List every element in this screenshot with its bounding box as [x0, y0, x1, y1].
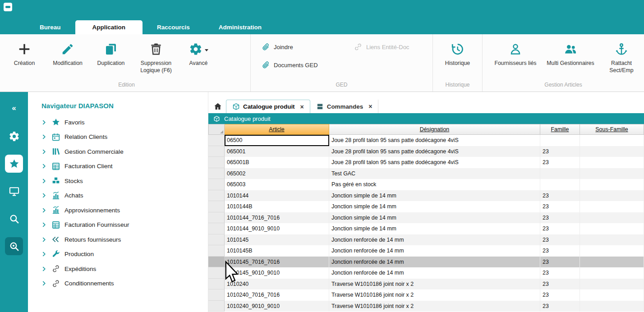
cell-sous-famille[interactable] — [580, 223, 644, 234]
creation-button[interactable]: Création — [3, 39, 46, 67]
cell-sous-famille[interactable] — [580, 201, 644, 212]
row-selector[interactable] — [208, 201, 225, 212]
cell-designation[interactable]: Jonction simple de 14 mm — [329, 212, 540, 224]
cell-famille[interactable] — [540, 179, 580, 190]
cell-sous-famille[interactable] — [580, 245, 644, 257]
row-selector[interactable] — [208, 168, 225, 179]
cell-article[interactable]: 065001B — [225, 157, 329, 168]
chevron-right-icon[interactable] — [41, 266, 48, 271]
cell-famille[interactable]: 23 — [540, 289, 580, 301]
row-selector[interactable] — [208, 223, 225, 234]
cell-article[interactable]: 1010144B — [225, 201, 329, 212]
chevron-right-icon[interactable] — [41, 179, 48, 184]
column-header-article[interactable]: Article — [225, 124, 329, 135]
row-selector[interactable] — [208, 157, 225, 168]
cell-sous-famille[interactable] — [580, 146, 644, 157]
cell-sous-famille[interactable] — [580, 234, 644, 246]
sidebar-item-gestion-commerciale[interactable]: Gestion Commerciale — [28, 144, 208, 159]
cell-famille[interactable]: 23 — [540, 257, 580, 268]
close-icon[interactable]: × — [368, 103, 372, 110]
cell-article[interactable]: 1010240 — [225, 279, 329, 290]
chevron-right-icon[interactable] — [41, 237, 48, 242]
table-row[interactable]: 065003Pas géré en stock — [208, 179, 644, 190]
table-row[interactable]: 1010240Traverse W1010186 joint noir x 22… — [208, 279, 644, 290]
sidebar-item-expeditions[interactable]: Expéditions — [28, 262, 208, 276]
chevron-right-icon[interactable] — [41, 134, 48, 139]
row-selector[interactable] — [208, 190, 225, 202]
cell-famille[interactable]: 23 — [540, 212, 580, 224]
table-row[interactable]: 065001Joue 28 profil talon 95 sans patte… — [208, 146, 644, 157]
cell-article[interactable]: 065001 — [225, 146, 329, 157]
sidebar-item-stocks[interactable]: Stocks — [28, 174, 208, 188]
sidebar-item-favoris[interactable]: Favoris — [28, 115, 208, 130]
row-selector[interactable] — [208, 245, 225, 257]
cell-famille[interactable]: 23 — [540, 146, 580, 157]
cell-famille[interactable]: 23 — [540, 234, 580, 246]
sidebar-item-retours-fournisseurs[interactable]: Retours fournisseurs — [28, 232, 208, 247]
cell-famille[interactable]: 23 — [540, 157, 580, 168]
ribbon-tab-bureau[interactable]: Bureau — [25, 20, 75, 34]
cell-famille[interactable]: 23 — [540, 279, 580, 290]
favorites-rail-button[interactable] — [5, 155, 23, 173]
multi-gestionnaires-button[interactable]: Multi Gestionnaires — [542, 39, 599, 67]
tab-catalogue-produit[interactable]: Catalogue produit× — [226, 100, 310, 113]
sidebar-item-achats[interactable]: Achats — [28, 188, 208, 203]
sidebar-item-facturation-fournisseur[interactable]: Facturation Fournisseur — [28, 218, 208, 233]
select-all-corner[interactable] — [208, 124, 225, 135]
cell-article[interactable]: 065003 — [225, 179, 329, 190]
advanced-search-rail-button[interactable] — [5, 237, 23, 255]
cell-famille[interactable] — [540, 168, 580, 179]
cell-famille[interactable]: 23 — [540, 301, 580, 312]
chevron-right-icon[interactable] — [41, 149, 48, 154]
cell-article[interactable]: 065002 — [225, 168, 329, 179]
cell-sous-famille[interactable] — [580, 179, 644, 190]
search-rail-button[interactable] — [5, 210, 23, 228]
chevron-right-icon[interactable] — [41, 222, 48, 227]
sidebar-item-facturation-client[interactable]: Facturation Client — [28, 159, 208, 174]
cell-sous-famille[interactable] — [580, 168, 644, 179]
chevron-right-icon[interactable] — [41, 208, 48, 213]
table-row[interactable]: 1010144_9010_9010Jonction simple de 14 m… — [208, 223, 644, 234]
cell-designation[interactable]: Jonction renforcée de 14 mm — [329, 257, 540, 268]
avance-button[interactable]: Avancé — [179, 39, 217, 67]
cell-sous-famille[interactable] — [580, 267, 644, 279]
cell-famille[interactable]: 23 — [540, 223, 580, 234]
cell-article[interactable]: 06500 — [225, 135, 329, 146]
rattacht-sect-emp-button[interactable]: Rattacht Sect/Emp — [599, 39, 644, 74]
table-row[interactable]: 065002Test GAC — [208, 168, 644, 179]
fournisseurs-lies-button[interactable]: Fournisseurs liés — [489, 39, 542, 67]
table-row[interactable]: 06500Joue 28 profil talon 95 sans patte … — [208, 135, 644, 146]
chevron-right-icon[interactable] — [41, 120, 48, 125]
table-row[interactable]: 1010145_7016_7016Jonction renforcée de 1… — [208, 257, 644, 268]
sidebar-item-conditionnements[interactable]: Conditionnements — [28, 276, 208, 291]
chevron-right-icon[interactable] — [41, 164, 48, 169]
cell-sous-famille[interactable] — [580, 157, 644, 168]
row-selector[interactable] — [208, 146, 225, 157]
cell-designation[interactable]: Jonction simple de 14 mm — [329, 190, 540, 202]
cell-famille[interactable]: 23 — [540, 267, 580, 279]
ribbon-tab-raccourcis[interactable]: Raccourcis — [143, 20, 204, 34]
cell-sous-famille[interactable] — [580, 301, 644, 312]
sidebar-item-approvisionnements[interactable]: Approvisionnements — [28, 203, 208, 218]
cell-article[interactable]: 1010144_9010_9010 — [225, 223, 329, 234]
cell-article[interactable]: 1010144_7016_7016 — [225, 212, 329, 224]
column-header-sous-famille[interactable]: Sous-Famille — [580, 124, 644, 135]
app-icon[interactable] — [4, 3, 12, 11]
cell-designation[interactable]: Jonction simple de 14 mm — [329, 201, 540, 212]
documents-ged-button[interactable]: Documents GED — [262, 61, 354, 69]
row-selector[interactable] — [208, 257, 225, 268]
row-selector[interactable] — [208, 267, 225, 279]
modification-button[interactable]: Modification — [46, 39, 89, 67]
row-selector[interactable] — [208, 135, 225, 146]
cell-designation[interactable]: Jonction renforcée de 14 mm — [329, 234, 540, 246]
cell-famille[interactable]: 23 — [540, 245, 580, 257]
tab-commandes[interactable]: Commandes× — [310, 100, 379, 113]
table-row[interactable]: 1010144Jonction simple de 14 mm23 — [208, 190, 644, 202]
cell-designation[interactable]: Joue 28 profil talon 95 sans patte dodéc… — [329, 157, 540, 168]
cell-article[interactable]: 1010145_7016_7016 — [225, 257, 329, 268]
cell-designation[interactable]: Joue 28 profil talon 95 sans patte dodéc… — [329, 146, 540, 157]
chevron-right-icon[interactable] — [41, 193, 48, 198]
cell-article[interactable]: 1010145 — [225, 234, 329, 246]
cell-designation[interactable]: Traverse W1010186 joint noir x 2 — [329, 301, 540, 312]
close-icon[interactable]: × — [300, 103, 304, 110]
